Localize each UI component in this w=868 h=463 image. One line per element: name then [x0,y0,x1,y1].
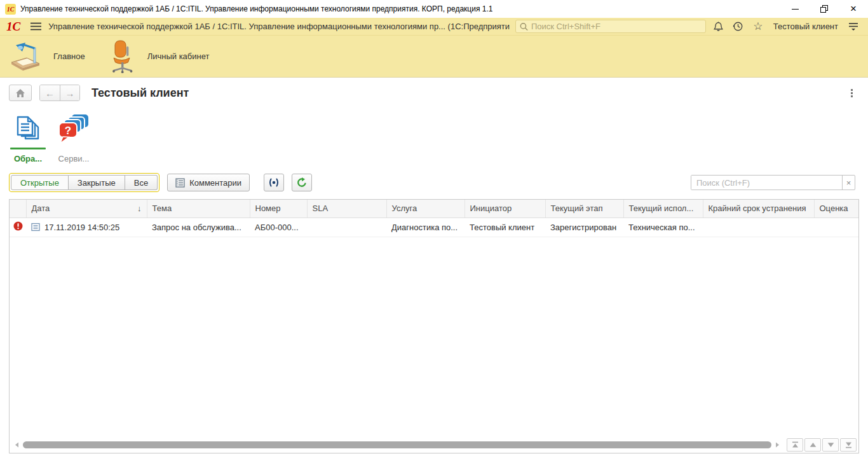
tab-services[interactable]: ? Серви... [56,114,92,170]
column-header-icon-gutter [10,200,26,218]
forward-arrow-icon: → [65,88,75,99]
bell-icon [713,21,724,32]
close-button[interactable]: × [839,0,868,18]
tab-requests[interactable]: Обра... [10,114,46,170]
scroll-bottom-icon [845,441,852,448]
tab-underline-placeholder [56,148,92,149]
column-header-rating[interactable]: Оценка [814,200,858,218]
back-button[interactable]: ← [40,85,60,100]
page-up-button[interactable] [804,438,821,452]
configure-list-button[interactable] [264,174,284,191]
cabinet-tabs: Обра... ? Серви... [0,108,868,170]
page-title: Тестовый клиент [92,86,189,100]
scroll-left-arrow[interactable] [15,442,20,448]
kebab-icon [851,95,853,97]
triangle-right-icon [776,443,779,448]
close-icon: × [850,3,857,15]
column-header-date[interactable]: ↓Дата [26,200,147,218]
window-titlebar: 1С Управление технической поддержкой 1АБ… [0,0,868,18]
svg-text:?: ? [65,125,71,137]
history-button[interactable] [731,20,745,34]
table-header-row: ↓Дата Тема Номер SLA Услуга Инициатор Те… [10,200,858,218]
sort-desc-icon: ↓ [137,204,142,213]
restore-button[interactable] [810,0,839,18]
arrow-up-icon [810,441,817,448]
history-clock-icon [733,21,743,32]
main-menu-button[interactable] [29,20,43,34]
row-stage-cell: Зарегистрирован [545,218,623,237]
row-number-cell: АБ00-000... [250,218,307,237]
broadcast-dot-icon [268,177,280,188]
home-button[interactable] [9,85,32,101]
home-icon [15,88,25,98]
clear-icon: × [846,178,851,188]
app-mode-text: (1С:Предприятие) [448,22,510,31]
list-search-box[interactable]: × [691,175,855,190]
list-toolbar: Открытые Закрытые Все Комментарии × [0,170,868,197]
notifications-button[interactable] [712,20,726,34]
list-pager [787,438,857,452]
favorites-button[interactable]: ☆ [751,20,765,34]
clear-search-button[interactable]: × [842,176,855,190]
row-importance-cell [10,218,26,237]
refresh-button[interactable] [292,174,312,191]
column-header-service[interactable]: Услуга [386,200,465,218]
tab-services-label: Серви... [58,154,90,163]
1c-logo: 1С [6,20,23,32]
minimize-icon [792,9,799,10]
page-down-button[interactable] [822,438,839,452]
navigation-bar: ← → Тестовый клиент [0,78,868,108]
history-nav-group: ← → [39,85,80,101]
refresh-icon [297,177,307,188]
go-first-button[interactable] [787,438,803,452]
section-personal-cabinet[interactable]: Личный кабинет [111,40,210,73]
column-header-number[interactable]: Номер [250,200,307,218]
minimize-button[interactable] [780,0,810,18]
row-rating-cell [814,218,858,237]
forward-button[interactable]: → [60,85,79,100]
scrollbar-thumb[interactable] [23,441,771,448]
comments-button[interactable]: Комментарии [167,174,250,191]
filter-closed-button[interactable]: Закрытые [69,175,125,190]
more-actions-button[interactable] [847,86,857,100]
section-main[interactable]: Главное [10,43,85,71]
scroll-right-arrow[interactable] [775,442,780,448]
column-header-executor[interactable]: Текущий испол... [623,200,703,218]
column-header-sla[interactable]: SLA [307,200,386,218]
documents-stack-icon [13,114,43,144]
app-taskbar-icon: 1С [5,4,16,15]
go-last-button[interactable] [840,438,857,452]
row-executor-cell: Техническая по... [623,218,703,237]
requests-table: ↓Дата Тема Номер SLA Услуга Инициатор Те… [10,200,858,237]
column-header-stage[interactable]: Текущий этап [545,200,623,218]
horizontal-scrollbar[interactable] [15,441,780,449]
star-icon: ☆ [753,21,763,32]
sections-panel: Главное Личный кабинет [0,36,868,78]
window-title: Управление технической поддержкой 1АБ / … [20,4,492,13]
row-service-cell: Диагностика по... [386,218,465,237]
list-search-input[interactable] [691,176,842,190]
scroll-top-icon [792,441,799,448]
row-date-value: 17.11.2019 14:50:25 [44,223,119,232]
table-row[interactable]: 17.11.2019 14:50:25 Запрос на обслужива.… [10,218,858,237]
desk-lamp-icon [10,43,41,71]
global-search-box[interactable] [515,20,706,33]
status-filter-group: Открытые Закрытые Все [9,173,159,192]
kebab-icon [851,92,853,94]
section-main-label: Главное [53,52,85,61]
column-header-date-label: Дата [32,204,50,213]
column-header-initiator[interactable]: Инициатор [465,200,545,218]
active-tab-underline [10,148,46,149]
comments-button-label: Комментарии [189,178,241,188]
current-user[interactable]: Тестовый клиент [771,22,841,31]
column-header-deadline[interactable]: Крайний срок устранения [703,200,814,218]
filter-open-button[interactable]: Открытые [11,175,69,190]
column-header-theme[interactable]: Тема [147,200,250,218]
service-settings-button[interactable] [846,20,860,34]
high-importance-icon [13,221,23,231]
global-search-input[interactable] [531,22,702,31]
row-theme-cell: Запрос на обслужива... [147,218,250,237]
filter-all-button[interactable]: Все [125,175,158,190]
triangle-left-icon [15,443,18,448]
question-chat-bubbles-icon: ? [58,114,90,144]
